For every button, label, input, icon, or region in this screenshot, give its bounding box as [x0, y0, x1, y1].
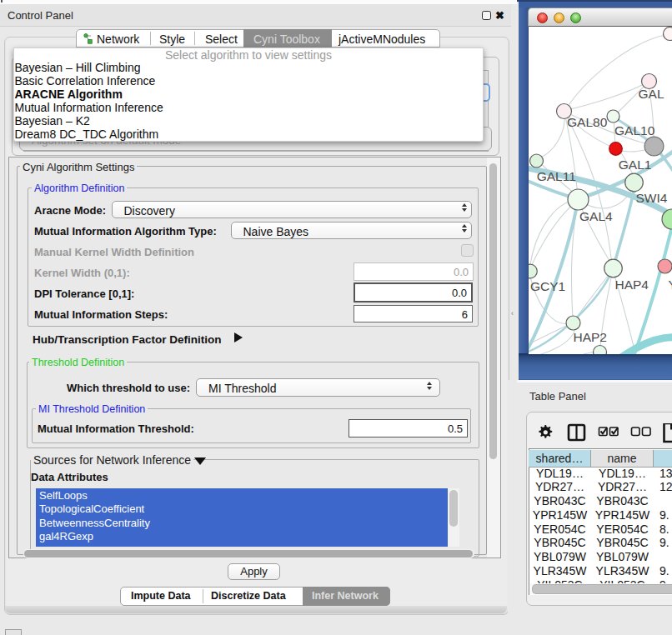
svg-text:GAL4: GAL4	[579, 209, 613, 223]
svg-text:HAP4: HAP4	[615, 278, 649, 292]
svg-text:HAP2: HAP2	[574, 330, 608, 344]
svg-text:GAL: GAL	[639, 87, 664, 101]
svg-text:GAL80: GAL80	[567, 115, 608, 129]
svg-text:GAL1: GAL1	[619, 158, 652, 172]
svg-text:SWI4: SWI4	[636, 191, 668, 205]
svg-text:Y: Y	[669, 278, 672, 292]
svg-text:GAL10: GAL10	[614, 123, 655, 138]
svg-text:GCY1: GCY1	[530, 279, 565, 293]
svg-text:GAL11: GAL11	[537, 169, 576, 183]
